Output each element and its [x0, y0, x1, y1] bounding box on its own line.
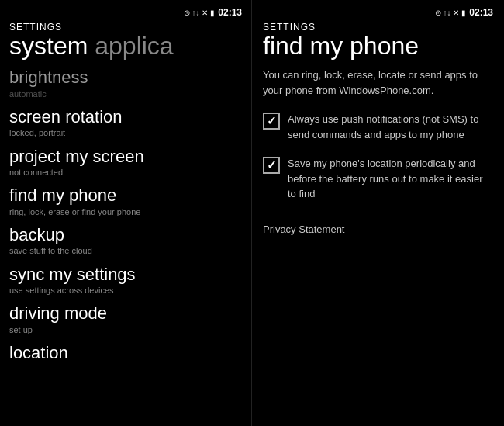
privacy-statement-link[interactable]: Privacy Statement: [263, 223, 345, 235]
menu-item-brightness[interactable]: brightness automatic: [9, 68, 242, 99]
menu-item-backup[interactable]: backup save stuff to the cloud: [9, 225, 242, 257]
right-page-title: find my phone: [263, 33, 493, 60]
menu-item-driving-mode-subtitle: set up: [9, 324, 242, 335]
menu-item-location[interactable]: location: [9, 343, 242, 363]
left-page-title: system applica: [9, 33, 242, 60]
menu-item-project-screen-title: project my screen: [9, 147, 242, 167]
menu-item-project-screen[interactable]: project my screen not connected: [9, 147, 242, 178]
right-panel: ⊙ ↑↓ ✕ ▮ 02:13 SETTINGS find my phone Yo…: [252, 0, 504, 426]
left-time: 02:13: [218, 7, 242, 18]
menu-list: brightness automatic screen rotation loc…: [9, 68, 242, 363]
left-settings-label: SETTINGS: [9, 22, 242, 33]
right-description: You can ring, lock, erase, locate or sen…: [263, 68, 493, 98]
right-battery-icon: ▮: [461, 9, 466, 17]
right-time: 02:13: [469, 7, 493, 18]
menu-item-find-my-phone-title: find my phone: [9, 185, 242, 206]
menu-item-driving-mode-title: driving mode: [9, 303, 242, 324]
menu-item-backup-subtitle: save stuff to the cloud: [9, 245, 242, 256]
menu-item-screen-rotation[interactable]: screen rotation locked, portrait: [9, 107, 242, 139]
checkbox-push-notifications-label: Always use push notifications (not SMS) …: [288, 112, 493, 142]
menu-item-location-title: location: [9, 343, 242, 363]
menu-item-sync-settings-title: sync my settings: [9, 265, 242, 285]
menu-item-sync-settings-subtitle: use settings across devices: [9, 285, 242, 296]
right-status-icons: ⊙ ↑↓ ✕ ▮: [435, 9, 467, 17]
left-title-dim: applica: [88, 32, 173, 60]
menu-item-screen-rotation-title: screen rotation: [9, 107, 242, 127]
left-panel: ⊙ ↑↓ ✕ ▮ 02:13 SETTINGS system applica b…: [0, 0, 252, 426]
left-status-icons: ⊙ ↑↓ ✕ ▮: [184, 9, 216, 17]
checkbox-save-location-box[interactable]: [263, 157, 280, 174]
menu-item-find-my-phone-subtitle: ring, lock, erase or find your phone: [9, 206, 242, 217]
signal-icon: ⊙ ↑↓ ✕: [184, 9, 209, 17]
left-title-main: system: [9, 32, 88, 60]
menu-item-backup-title: backup: [9, 225, 242, 245]
menu-item-screen-rotation-subtitle: locked, portrait: [9, 127, 242, 138]
checkbox-push-notifications-box[interactable]: [263, 113, 280, 130]
checkbox-save-location[interactable]: Save my phone's location periodically an…: [263, 156, 493, 202]
menu-item-brightness-title: brightness: [9, 68, 242, 88]
right-signal-icon: ⊙ ↑↓ ✕: [435, 9, 460, 17]
checkbox-save-location-label: Save my phone's location periodically an…: [288, 156, 493, 202]
battery-icon: ▮: [210, 9, 215, 17]
right-settings-label: SETTINGS: [263, 22, 493, 33]
right-status-bar: ⊙ ↑↓ ✕ ▮ 02:13: [263, 6, 493, 20]
left-status-bar: ⊙ ↑↓ ✕ ▮ 02:13: [9, 6, 242, 20]
menu-item-find-my-phone[interactable]: find my phone ring, lock, erase or find …: [9, 185, 242, 217]
menu-item-brightness-subtitle: automatic: [9, 88, 242, 99]
menu-item-driving-mode[interactable]: driving mode set up: [9, 303, 242, 335]
checkbox-push-notifications[interactable]: Always use push notifications (not SMS) …: [263, 112, 493, 142]
menu-item-sync-settings[interactable]: sync my settings use settings across dev…: [9, 265, 242, 296]
menu-item-project-screen-subtitle: not connected: [9, 167, 242, 178]
